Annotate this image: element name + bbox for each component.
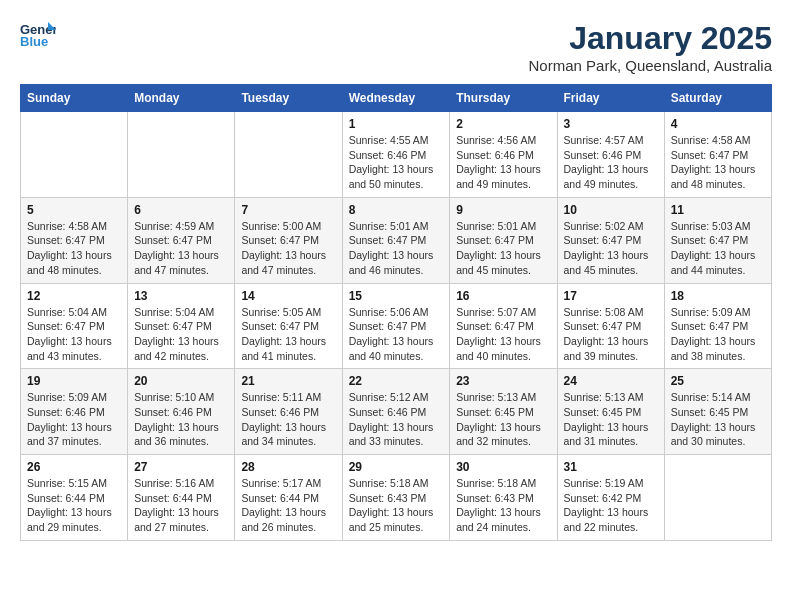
day-cell: 24Sunrise: 5:13 AM Sunset: 6:45 PM Dayli… [557, 369, 664, 455]
day-number: 18 [671, 289, 765, 303]
week-row-4: 26Sunrise: 5:15 AM Sunset: 6:44 PM Dayli… [21, 455, 772, 541]
day-number: 24 [564, 374, 658, 388]
day-cell: 7Sunrise: 5:00 AM Sunset: 6:47 PM Daylig… [235, 197, 342, 283]
day-cell: 8Sunrise: 5:01 AM Sunset: 6:47 PM Daylig… [342, 197, 450, 283]
day-cell: 23Sunrise: 5:13 AM Sunset: 6:45 PM Dayli… [450, 369, 557, 455]
day-number: 22 [349, 374, 444, 388]
day-cell: 11Sunrise: 5:03 AM Sunset: 6:47 PM Dayli… [664, 197, 771, 283]
day-number: 6 [134, 203, 228, 217]
day-info: Sunrise: 5:06 AM Sunset: 6:47 PM Dayligh… [349, 305, 444, 364]
day-info: Sunrise: 5:15 AM Sunset: 6:44 PM Dayligh… [27, 476, 121, 535]
day-info: Sunrise: 5:01 AM Sunset: 6:47 PM Dayligh… [349, 219, 444, 278]
day-number: 14 [241, 289, 335, 303]
day-number: 26 [27, 460, 121, 474]
day-cell [664, 455, 771, 541]
day-cell: 17Sunrise: 5:08 AM Sunset: 6:47 PM Dayli… [557, 283, 664, 369]
day-number: 5 [27, 203, 121, 217]
day-cell [21, 112, 128, 198]
day-cell: 16Sunrise: 5:07 AM Sunset: 6:47 PM Dayli… [450, 283, 557, 369]
day-number: 15 [349, 289, 444, 303]
day-info: Sunrise: 4:55 AM Sunset: 6:46 PM Dayligh… [349, 133, 444, 192]
day-cell: 5Sunrise: 4:58 AM Sunset: 6:47 PM Daylig… [21, 197, 128, 283]
header-monday: Monday [128, 85, 235, 112]
day-info: Sunrise: 5:19 AM Sunset: 6:42 PM Dayligh… [564, 476, 658, 535]
day-info: Sunrise: 5:10 AM Sunset: 6:46 PM Dayligh… [134, 390, 228, 449]
logo-icon: General Blue [20, 20, 56, 50]
day-number: 2 [456, 117, 550, 131]
day-cell: 12Sunrise: 5:04 AM Sunset: 6:47 PM Dayli… [21, 283, 128, 369]
day-cell: 31Sunrise: 5:19 AM Sunset: 6:42 PM Dayli… [557, 455, 664, 541]
header-wednesday: Wednesday [342, 85, 450, 112]
day-cell: 26Sunrise: 5:15 AM Sunset: 6:44 PM Dayli… [21, 455, 128, 541]
day-cell: 19Sunrise: 5:09 AM Sunset: 6:46 PM Dayli… [21, 369, 128, 455]
day-cell: 9Sunrise: 5:01 AM Sunset: 6:47 PM Daylig… [450, 197, 557, 283]
day-cell: 2Sunrise: 4:56 AM Sunset: 6:46 PM Daylig… [450, 112, 557, 198]
day-info: Sunrise: 5:18 AM Sunset: 6:43 PM Dayligh… [349, 476, 444, 535]
main-title: January 2025 [529, 20, 772, 57]
day-number: 21 [241, 374, 335, 388]
day-info: Sunrise: 4:58 AM Sunset: 6:47 PM Dayligh… [671, 133, 765, 192]
day-cell: 13Sunrise: 5:04 AM Sunset: 6:47 PM Dayli… [128, 283, 235, 369]
header-friday: Friday [557, 85, 664, 112]
day-number: 9 [456, 203, 550, 217]
day-number: 23 [456, 374, 550, 388]
day-number: 13 [134, 289, 228, 303]
day-info: Sunrise: 5:02 AM Sunset: 6:47 PM Dayligh… [564, 219, 658, 278]
week-row-0: 1Sunrise: 4:55 AM Sunset: 6:46 PM Daylig… [21, 112, 772, 198]
day-info: Sunrise: 5:16 AM Sunset: 6:44 PM Dayligh… [134, 476, 228, 535]
svg-text:Blue: Blue [20, 34, 48, 49]
day-cell: 6Sunrise: 4:59 AM Sunset: 6:47 PM Daylig… [128, 197, 235, 283]
day-number: 11 [671, 203, 765, 217]
day-cell: 28Sunrise: 5:17 AM Sunset: 6:44 PM Dayli… [235, 455, 342, 541]
day-cell: 22Sunrise: 5:12 AM Sunset: 6:46 PM Dayli… [342, 369, 450, 455]
day-cell: 4Sunrise: 4:58 AM Sunset: 6:47 PM Daylig… [664, 112, 771, 198]
day-cell: 18Sunrise: 5:09 AM Sunset: 6:47 PM Dayli… [664, 283, 771, 369]
day-number: 7 [241, 203, 335, 217]
day-info: Sunrise: 5:13 AM Sunset: 6:45 PM Dayligh… [564, 390, 658, 449]
day-number: 17 [564, 289, 658, 303]
day-cell: 1Sunrise: 4:55 AM Sunset: 6:46 PM Daylig… [342, 112, 450, 198]
day-info: Sunrise: 5:11 AM Sunset: 6:46 PM Dayligh… [241, 390, 335, 449]
header-thursday: Thursday [450, 85, 557, 112]
day-number: 31 [564, 460, 658, 474]
logo: General Blue [20, 20, 56, 50]
day-cell: 3Sunrise: 4:57 AM Sunset: 6:46 PM Daylig… [557, 112, 664, 198]
day-number: 4 [671, 117, 765, 131]
week-row-1: 5Sunrise: 4:58 AM Sunset: 6:47 PM Daylig… [21, 197, 772, 283]
day-number: 8 [349, 203, 444, 217]
day-cell: 15Sunrise: 5:06 AM Sunset: 6:47 PM Dayli… [342, 283, 450, 369]
day-info: Sunrise: 5:09 AM Sunset: 6:46 PM Dayligh… [27, 390, 121, 449]
day-number: 20 [134, 374, 228, 388]
header-saturday: Saturday [664, 85, 771, 112]
day-info: Sunrise: 5:14 AM Sunset: 6:45 PM Dayligh… [671, 390, 765, 449]
day-number: 16 [456, 289, 550, 303]
day-cell [128, 112, 235, 198]
day-info: Sunrise: 5:05 AM Sunset: 6:47 PM Dayligh… [241, 305, 335, 364]
day-number: 1 [349, 117, 444, 131]
calendar-table: SundayMondayTuesdayWednesdayThursdayFrid… [20, 84, 772, 541]
day-number: 12 [27, 289, 121, 303]
day-info: Sunrise: 5:04 AM Sunset: 6:47 PM Dayligh… [134, 305, 228, 364]
header-tuesday: Tuesday [235, 85, 342, 112]
day-info: Sunrise: 5:09 AM Sunset: 6:47 PM Dayligh… [671, 305, 765, 364]
header-sunday: Sunday [21, 85, 128, 112]
day-cell: 30Sunrise: 5:18 AM Sunset: 6:43 PM Dayli… [450, 455, 557, 541]
day-cell: 20Sunrise: 5:10 AM Sunset: 6:46 PM Dayli… [128, 369, 235, 455]
day-info: Sunrise: 4:58 AM Sunset: 6:47 PM Dayligh… [27, 219, 121, 278]
day-info: Sunrise: 5:13 AM Sunset: 6:45 PM Dayligh… [456, 390, 550, 449]
day-cell: 27Sunrise: 5:16 AM Sunset: 6:44 PM Dayli… [128, 455, 235, 541]
day-info: Sunrise: 5:00 AM Sunset: 6:47 PM Dayligh… [241, 219, 335, 278]
day-info: Sunrise: 5:08 AM Sunset: 6:47 PM Dayligh… [564, 305, 658, 364]
day-number: 19 [27, 374, 121, 388]
title-area: January 2025 Norman Park, Queensland, Au… [529, 20, 772, 74]
day-info: Sunrise: 4:57 AM Sunset: 6:46 PM Dayligh… [564, 133, 658, 192]
day-info: Sunrise: 5:04 AM Sunset: 6:47 PM Dayligh… [27, 305, 121, 364]
day-number: 30 [456, 460, 550, 474]
day-number: 28 [241, 460, 335, 474]
week-row-3: 19Sunrise: 5:09 AM Sunset: 6:46 PM Dayli… [21, 369, 772, 455]
day-cell: 21Sunrise: 5:11 AM Sunset: 6:46 PM Dayli… [235, 369, 342, 455]
day-cell: 14Sunrise: 5:05 AM Sunset: 6:47 PM Dayli… [235, 283, 342, 369]
day-info: Sunrise: 5:07 AM Sunset: 6:47 PM Dayligh… [456, 305, 550, 364]
day-info: Sunrise: 5:03 AM Sunset: 6:47 PM Dayligh… [671, 219, 765, 278]
day-info: Sunrise: 5:17 AM Sunset: 6:44 PM Dayligh… [241, 476, 335, 535]
